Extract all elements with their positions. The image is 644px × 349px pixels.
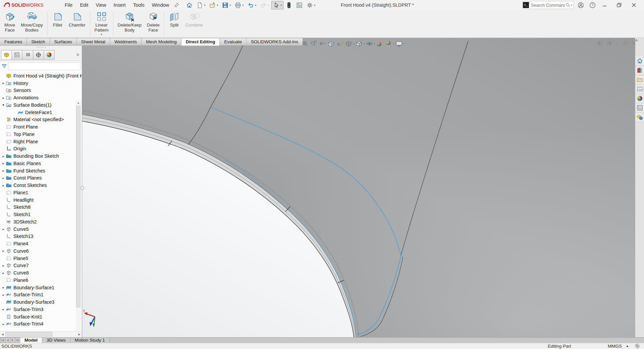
command-tab[interactable]: Weldments — [110, 38, 142, 46]
expand-arrow-icon[interactable] — [1, 184, 6, 187]
nav-prev-icon[interactable] — [5, 338, 10, 343]
headsup-button[interactable]: ▾ — [301, 40, 309, 48]
panel-tab[interactable] — [33, 50, 44, 60]
search-commands-box[interactable]: >_ ▾ — [522, 1, 574, 9]
scroll-right-icon[interactable]: ▶ — [77, 333, 82, 336]
dropdown-arrow-icon[interactable]: ▾ — [229, 4, 231, 7]
headsup-button[interactable]: ▾ — [366, 40, 375, 48]
expand-arrow-icon[interactable] — [1, 161, 6, 165]
expand-arrow-icon[interactable] — [1, 96, 6, 100]
doc-restore-icon[interactable] — [623, 41, 628, 46]
tree-item[interactable]: Surface-Trim3 — [0, 306, 82, 313]
menu-item[interactable]: File — [61, 0, 76, 10]
tree-item[interactable]: Boundary-Surface3 — [0, 298, 82, 306]
dropdown-arrow-icon[interactable]: ▾ — [374, 42, 375, 45]
status-units[interactable]: MMGS — [608, 344, 622, 349]
status-tag-icon[interactable] — [635, 343, 640, 349]
headsup-button[interactable]: ▾ — [310, 40, 318, 48]
taskpane-home-icon[interactable] — [635, 56, 644, 66]
headsup-button[interactable]: ▾ — [355, 40, 365, 48]
dropdown-arrow-icon[interactable]: ▾ — [280, 4, 282, 7]
panel-grip[interactable] — [0, 46, 82, 49]
tree-item[interactable]: Sketch13 — [0, 233, 82, 240]
tree-item[interactable]: Right Plane — [0, 138, 82, 145]
expand-arrow-icon[interactable] — [1, 154, 6, 158]
tree-item[interactable]: 3D 3DSketch2 — [0, 218, 82, 226]
headsup-button[interactable]: ▾ — [376, 40, 384, 48]
tree-item[interactable]: Sensors — [0, 87, 82, 94]
tree-item[interactable]: History — [0, 80, 82, 87]
units-up-arrow-icon[interactable]: ▲ — [626, 344, 629, 348]
tree-item[interactable]: Curve8 — [0, 269, 82, 277]
command-tab[interactable]: Surfaces — [50, 38, 77, 46]
command-tab[interactable]: Direct Editing — [181, 38, 220, 46]
search-dropdown-icon[interactable]: ▾ — [570, 4, 574, 7]
tree-item[interactable]: Front Plane — [0, 123, 82, 131]
doc-close-icon[interactable] — [631, 41, 637, 46]
tree-vertical-scrollbar[interactable]: ▲ ▼ — [76, 100, 81, 331]
ribbon-button[interactable]: MoveFace ▾ — [1, 10, 18, 38]
expand-arrow-icon[interactable] — [1, 169, 6, 172]
window-minimize-icon[interactable] — [602, 0, 607, 10]
headsup-button[interactable]: ▾ — [327, 40, 335, 48]
scroll-thumb[interactable] — [76, 106, 80, 307]
dropdown-arrow-icon[interactable]: ▾ — [363, 42, 365, 45]
menu-item[interactable]: Window — [148, 0, 173, 10]
dropdown-arrow-icon[interactable]: ▾ — [255, 4, 256, 7]
menu-item[interactable]: View — [92, 0, 110, 10]
tree-item[interactable]: A Annotations — [0, 94, 82, 101]
ribbon-button[interactable]: Split ▾ — [166, 10, 183, 38]
quickbar-button[interactable]: ▾ — [271, 1, 283, 9]
pane-left-icon[interactable] — [598, 41, 603, 46]
quickbar-button[interactable]: ▾ — [195, 1, 207, 9]
tree-item[interactable]: Basic Planes — [0, 160, 82, 167]
doc-minimize-icon[interactable] — [614, 41, 620, 46]
tree-item[interactable]: DeleteFace1 — [0, 109, 82, 116]
view-palette-icon[interactable] — [635, 85, 644, 94]
expand-arrow-icon[interactable] — [1, 176, 6, 180]
dropdown-arrow-icon[interactable]: ▾ — [403, 42, 405, 45]
ribbon-button[interactable]: Delete/KeepBody ▾ — [115, 10, 145, 38]
custom-properties-icon[interactable] — [635, 103, 644, 113]
tree-item[interactable]: Curve5 — [0, 226, 82, 233]
tree-item[interactable]: Surface Bodies(1) — [0, 101, 82, 109]
panel-tab[interactable] — [44, 50, 55, 60]
tree-item[interactable]: Fund Sketches — [0, 167, 82, 174]
scroll-left-icon[interactable]: ◀ — [0, 333, 5, 336]
dropdown-arrow-icon[interactable]: ▾ — [268, 4, 269, 7]
panel-tab[interactable] — [12, 50, 22, 60]
quickbar-button[interactable]: ▾ — [284, 1, 294, 9]
quickbar-button[interactable]: ▾ — [220, 1, 232, 9]
tree-item[interactable]: Curve6 — [0, 247, 82, 255]
file-explorer-icon[interactable] — [635, 75, 644, 85]
menu-item[interactable]: Tools — [129, 0, 148, 10]
user-account-icon[interactable] — [578, 0, 584, 10]
expand-arrow-icon[interactable] — [1, 81, 6, 85]
quickbar-button[interactable]: ▾ — [208, 1, 220, 9]
tree-item[interactable]: Sketch8 — [0, 204, 82, 211]
expand-arrow-icon[interactable] — [1, 271, 6, 275]
tree-horizontal-scrollbar[interactable]: ◀ ▶ — [0, 331, 82, 337]
tree-item[interactable]: Headlight — [0, 196, 82, 204]
nav-next-icon[interactable] — [10, 338, 15, 343]
ribbon-button[interactable]: Move/CopyBodies ▾ — [18, 10, 46, 38]
ribbon-button[interactable]: LinearPattern ▾ — [92, 10, 111, 38]
search-magnifier-icon[interactable] — [566, 3, 570, 7]
dropdown-arrow-icon[interactable]: ▾ — [242, 4, 244, 7]
quickbar-button[interactable]: ▾ — [184, 1, 194, 9]
tree-item[interactable]: Boundary-Surface1 — [0, 284, 82, 291]
model-viewport[interactable] — [82, 38, 635, 337]
tree-item[interactable]: Bounding Box Sketch — [0, 152, 82, 160]
expand-arrow-icon[interactable] — [1, 103, 6, 107]
quickbar-button[interactable]: ▾ — [259, 1, 271, 9]
panel-tab[interactable] — [1, 50, 12, 60]
menu-item[interactable]: Edit — [76, 0, 92, 10]
dropdown-arrow-icon[interactable]: ▾ — [314, 4, 315, 7]
filter-funnel-icon[interactable] — [1, 63, 7, 69]
search-input[interactable] — [529, 2, 566, 8]
document-tab[interactable]: 3D Views — [42, 338, 70, 343]
dropdown-arrow-icon[interactable]: ▾ — [101, 33, 102, 36]
command-tab[interactable]: Sketch — [27, 38, 50, 46]
ribbon-button[interactable]: Fillet ▾ — [49, 10, 66, 38]
command-tab[interactable]: Evaluate — [220, 38, 247, 46]
